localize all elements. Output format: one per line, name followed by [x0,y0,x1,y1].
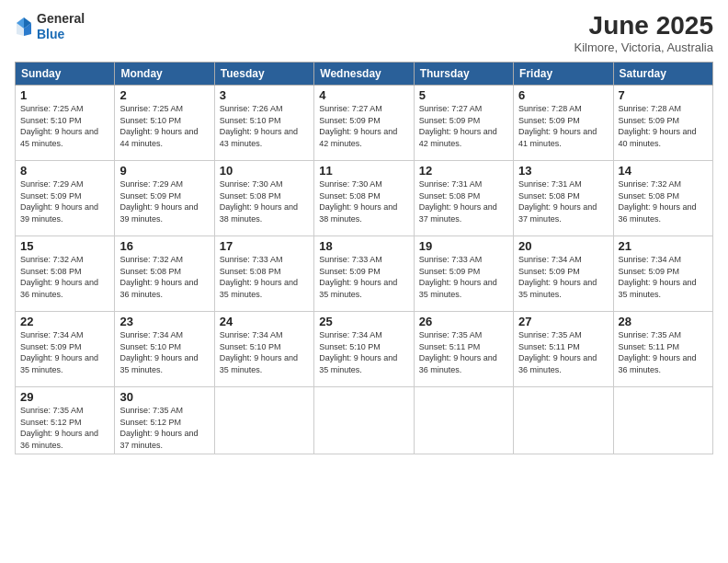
cell-info: Sunrise: 7:35 AM Sunset: 5:12 PM Dayligh… [119,405,209,451]
table-row: 7 Sunrise: 7:28 AM Sunset: 5:09 PM Dayli… [613,86,712,161]
day-number: 18 [319,239,408,253]
table-row: 23 Sunrise: 7:34 AM Sunset: 5:10 PM Dayl… [115,312,214,387]
logo-general: General [37,11,85,26]
day-number: 28 [619,315,708,328]
month-title: June 2025 [574,11,714,40]
day-number: 30 [119,390,209,404]
table-row: 10 Sunrise: 7:30 AM Sunset: 5:08 PM Dayl… [214,161,313,236]
table-row: 20 Sunrise: 7:34 AM Sunset: 5:09 PM Dayl… [514,236,613,312]
table-row: 18 Sunrise: 7:33 AM Sunset: 5:09 PM Dayl… [314,236,414,312]
table-row: 24 Sunrise: 7:34 AM Sunset: 5:10 PM Dayl… [214,312,313,387]
day-number: 19 [419,239,508,253]
day-number: 4 [319,88,408,102]
day-number: 29 [20,390,109,404]
day-number: 21 [619,239,708,253]
calendar-week-row: 1 Sunrise: 7:25 AM Sunset: 5:10 PM Dayli… [16,86,713,161]
day-number: 3 [220,88,309,102]
table-row: 28 Sunrise: 7:35 AM Sunset: 5:11 PM Dayl… [613,312,712,387]
day-number: 22 [20,315,109,328]
table-row [613,387,712,454]
day-number: 14 [619,164,708,178]
table-row: 17 Sunrise: 7:33 AM Sunset: 5:08 PM Dayl… [214,236,313,312]
cell-info: Sunrise: 7:34 AM Sunset: 5:09 PM Dayligh… [619,254,708,300]
calendar-table: Sunday Monday Tuesday Wednesday Thursday… [15,62,713,454]
table-row [214,387,313,454]
cell-info: Sunrise: 7:30 AM Sunset: 5:08 PM Dayligh… [220,178,309,224]
cell-info: Sunrise: 7:32 AM Sunset: 5:08 PM Dayligh… [619,178,708,224]
col-sunday: Sunday [16,63,115,86]
cell-info: Sunrise: 7:25 AM Sunset: 5:10 PM Dayligh… [119,103,209,149]
day-number: 9 [119,164,209,178]
cell-info: Sunrise: 7:31 AM Sunset: 5:08 PM Dayligh… [518,178,608,224]
day-number: 26 [419,315,508,328]
col-saturday: Saturday [613,63,712,86]
col-tuesday: Tuesday [214,63,313,86]
cell-info: Sunrise: 7:26 AM Sunset: 5:10 PM Dayligh… [220,103,309,149]
calendar-week-row: 22 Sunrise: 7:34 AM Sunset: 5:09 PM Dayl… [16,312,713,387]
cell-info: Sunrise: 7:30 AM Sunset: 5:08 PM Dayligh… [319,178,408,224]
table-row: 14 Sunrise: 7:32 AM Sunset: 5:08 PM Dayl… [613,161,712,236]
day-number: 25 [319,315,408,328]
logo-blue: Blue [37,27,64,41]
calendar-week-row: 8 Sunrise: 7:29 AM Sunset: 5:09 PM Dayli… [16,161,713,236]
day-number: 8 [20,164,109,178]
cell-info: Sunrise: 7:25 AM Sunset: 5:10 PM Dayligh… [20,103,109,149]
logo-text: General Blue [37,11,85,42]
table-row: 1 Sunrise: 7:25 AM Sunset: 5:10 PM Dayli… [16,86,115,161]
cell-info: Sunrise: 7:35 AM Sunset: 5:11 PM Dayligh… [518,329,608,375]
col-thursday: Thursday [414,63,513,86]
cell-info: Sunrise: 7:29 AM Sunset: 5:09 PM Dayligh… [20,178,109,224]
cell-info: Sunrise: 7:34 AM Sunset: 5:10 PM Dayligh… [119,329,209,375]
cell-info: Sunrise: 7:34 AM Sunset: 5:09 PM Dayligh… [20,329,109,375]
page: General Blue June 2025 Kilmore, Victoria… [0,0,728,563]
cell-info: Sunrise: 7:27 AM Sunset: 5:09 PM Dayligh… [419,103,508,149]
table-row: 19 Sunrise: 7:33 AM Sunset: 5:09 PM Dayl… [414,236,513,312]
table-row: 25 Sunrise: 7:34 AM Sunset: 5:10 PM Dayl… [314,312,414,387]
col-monday: Monday [115,63,214,86]
cell-info: Sunrise: 7:29 AM Sunset: 5:09 PM Dayligh… [119,178,209,224]
table-row: 5 Sunrise: 7:27 AM Sunset: 5:09 PM Dayli… [414,86,513,161]
cell-info: Sunrise: 7:31 AM Sunset: 5:08 PM Dayligh… [419,178,508,224]
table-row: 16 Sunrise: 7:32 AM Sunset: 5:08 PM Dayl… [115,236,214,312]
calendar-header-row: Sunday Monday Tuesday Wednesday Thursday… [16,63,713,86]
location-subtitle: Kilmore, Victoria, Australia [574,40,714,54]
cell-info: Sunrise: 7:33 AM Sunset: 5:08 PM Dayligh… [220,254,309,300]
day-number: 10 [220,164,309,178]
table-row: 22 Sunrise: 7:34 AM Sunset: 5:09 PM Dayl… [16,312,115,387]
table-row: 27 Sunrise: 7:35 AM Sunset: 5:11 PM Dayl… [514,312,613,387]
day-number: 16 [119,239,209,253]
cell-info: Sunrise: 7:28 AM Sunset: 5:09 PM Dayligh… [518,103,608,149]
table-row: 26 Sunrise: 7:35 AM Sunset: 5:11 PM Dayl… [414,312,513,387]
table-row: 21 Sunrise: 7:34 AM Sunset: 5:09 PM Dayl… [613,236,712,312]
day-number: 6 [518,88,608,102]
col-friday: Friday [514,63,613,86]
cell-info: Sunrise: 7:32 AM Sunset: 5:08 PM Dayligh… [20,254,109,300]
day-number: 20 [518,239,608,253]
table-row: 11 Sunrise: 7:30 AM Sunset: 5:08 PM Dayl… [314,161,414,236]
day-number: 7 [619,88,708,102]
cell-info: Sunrise: 7:33 AM Sunset: 5:09 PM Dayligh… [419,254,508,300]
calendar-week-row: 15 Sunrise: 7:32 AM Sunset: 5:08 PM Dayl… [16,236,713,312]
day-number: 13 [518,164,608,178]
col-wednesday: Wednesday [314,63,414,86]
table-row: 30 Sunrise: 7:35 AM Sunset: 5:12 PM Dayl… [115,387,214,454]
cell-info: Sunrise: 7:35 AM Sunset: 5:11 PM Dayligh… [419,329,508,375]
table-row [414,387,513,454]
cell-info: Sunrise: 7:32 AM Sunset: 5:08 PM Dayligh… [119,254,209,300]
day-number: 1 [20,88,109,102]
day-number: 11 [319,164,408,178]
header: General Blue June 2025 Kilmore, Victoria… [15,11,713,54]
logo: General Blue [15,11,85,42]
table-row: 8 Sunrise: 7:29 AM Sunset: 5:09 PM Dayli… [16,161,115,236]
day-number: 23 [119,315,209,328]
table-row [514,387,613,454]
cell-info: Sunrise: 7:33 AM Sunset: 5:09 PM Dayligh… [319,254,408,300]
day-number: 15 [20,239,109,253]
cell-info: Sunrise: 7:27 AM Sunset: 5:09 PM Dayligh… [319,103,408,149]
cell-info: Sunrise: 7:28 AM Sunset: 5:09 PM Dayligh… [619,103,708,149]
day-number: 2 [119,88,209,102]
day-number: 17 [220,239,309,253]
cell-info: Sunrise: 7:35 AM Sunset: 5:12 PM Dayligh… [20,405,109,451]
table-row: 13 Sunrise: 7:31 AM Sunset: 5:08 PM Dayl… [514,161,613,236]
day-number: 5 [419,88,508,102]
